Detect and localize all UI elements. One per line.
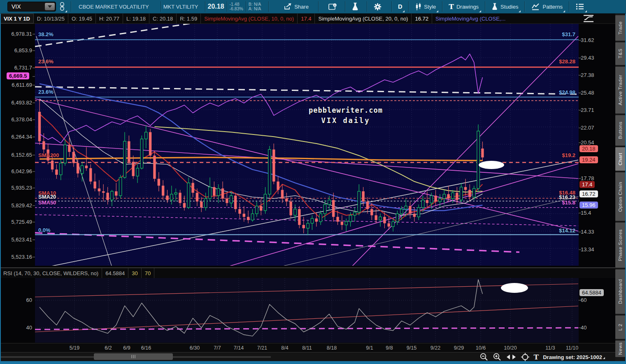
ohlc-fields: D: 10/13/25O: 19.45H: 20.77L: 19.18C: 20… xyxy=(34,14,201,23)
sidebar-tab-chart[interactable]: Chart xyxy=(615,147,625,171)
sma10-study-label[interactable]: SimpleMovingAvg (CLOSE, 10, 0, no) xyxy=(201,14,298,23)
time-axis-label: 11/10 xyxy=(561,345,584,351)
time-axis-label: 9/8 xyxy=(378,345,401,351)
price-axis-label-right: 13.34 xyxy=(581,246,594,253)
sma10-study-value: 17.4 xyxy=(298,14,315,23)
sidebar-tab-trade[interactable]: Trade xyxy=(615,15,625,41)
last-price: 20.18 xyxy=(208,3,224,10)
time-axis-label: 5/19 xyxy=(63,345,86,351)
price-axis-label-left: 5,725.49 xyxy=(0,219,32,225)
rsi-value-badge: 64.5884 xyxy=(579,289,604,296)
studies-button[interactable]: Studies xyxy=(488,0,522,14)
chart-annotation: SMA50 xyxy=(38,199,56,206)
price-axis-label-right: 14.33 xyxy=(581,229,594,235)
sidebar-tab-news[interactable]: News xyxy=(615,341,625,357)
price-badge: 15.96 xyxy=(579,202,598,209)
time-axis-label: 11/3 xyxy=(539,345,562,351)
bid-ask: B: N/AA: N/A xyxy=(249,2,261,11)
share-button[interactable]: Share xyxy=(279,0,312,14)
exchange-label: MKT VLTILITY xyxy=(163,4,198,10)
price-axis-label-left: 5,935.23 xyxy=(0,185,32,191)
time-axis-label: 7/14 xyxy=(227,345,250,351)
time-axis-label: 9/29 xyxy=(447,345,470,351)
time-axis-label: 10/20 xyxy=(499,345,522,351)
notes-icon: i xyxy=(328,3,337,11)
sidebar-tab-l-2[interactable]: L 2 xyxy=(615,315,625,339)
time-axis-label: 6/30 xyxy=(183,345,206,351)
scrollbar-handle[interactable] xyxy=(94,353,173,360)
pan-arrows-icon[interactable] xyxy=(506,353,517,361)
chart-header: VIX 1 Y 1D D: 10/13/25O: 19.45H: 20.77L:… xyxy=(0,14,615,24)
sma3-study-label[interactable]: SimpleMovingAvg (CLOSE,... xyxy=(432,14,509,23)
right-sidebar: TradeT&SActive TraderButtonsChartOption … xyxy=(615,14,625,361)
price-axis-label-left: 6,978.31 xyxy=(0,31,32,37)
drawings-button[interactable]: T Drawings xyxy=(445,0,482,14)
time-axis-label: 6/16 xyxy=(135,345,158,351)
gear-icon xyxy=(373,2,382,11)
trading-platform-window: VIX CBOE MARKET VOLATILITY MKT VLTILITY … xyxy=(0,0,626,364)
time-axis-label: 8/18 xyxy=(320,345,343,351)
window-edge-left xyxy=(0,14,1,364)
notes-button[interactable]: i xyxy=(324,0,341,14)
patterns-icon xyxy=(531,3,540,10)
crosshair-icon[interactable] xyxy=(521,352,530,362)
text-tool-icon: T xyxy=(449,4,454,9)
price-axis-label-right: 15.4 xyxy=(581,210,591,216)
symbol-description: CBOE MARKET VOLATILITY xyxy=(79,4,149,10)
sidebar-tab-buttons[interactable]: Buttons xyxy=(615,115,625,146)
style-button[interactable]: Style xyxy=(411,0,440,14)
chart-annotation: 23.6% xyxy=(38,58,54,65)
price-axis-label-left: 6,731.7 xyxy=(0,65,32,71)
zoom-out-icon[interactable] xyxy=(479,352,489,362)
rsi-axis-label-right: 60 xyxy=(581,297,586,303)
symbol-input[interactable]: VIX xyxy=(7,2,56,12)
rsi-oversold[interactable]: 30 xyxy=(128,268,141,278)
price-axis-label-right: 22.07 xyxy=(581,125,594,131)
sidebar-tab-option-chain[interactable]: Option Chain xyxy=(615,172,625,221)
time-axis-label: 10/6 xyxy=(469,345,492,351)
symbol-value: VIX xyxy=(12,3,21,10)
sidebar-tab-phase-scores[interactable]: Phase Scores xyxy=(615,223,625,268)
link-button[interactable] xyxy=(56,0,68,14)
time-axis-label: 7/7 xyxy=(206,345,229,351)
text-drawing-tool[interactable]: T xyxy=(534,353,539,361)
price-axis-label-right: 29.43 xyxy=(581,55,594,61)
chart-annotation: 0.0% xyxy=(38,227,51,233)
sidebar-tab-dashboard[interactable]: Dashboard xyxy=(615,269,625,314)
share-icon xyxy=(283,3,292,10)
sidebar-tab-t-s[interactable]: T&S xyxy=(615,42,625,65)
sma20-study-label[interactable]: SimpleMovingAvg (CLOSE, 20, 0, no) xyxy=(315,14,412,23)
ohlc-field: C: 20.18 xyxy=(149,14,177,23)
price-axis-label-left: 5,829.42 xyxy=(0,202,32,209)
timeframe-button[interactable]: D xyxy=(394,0,406,14)
top-toolbar: VIX CBOE MARKET VOLATILITY MKT VLTILITY … xyxy=(0,0,626,14)
price-axis-label-left: 5,623.41 xyxy=(0,236,32,243)
settings-button[interactable] xyxy=(370,0,386,14)
bottom-bar: T Drawing set: 2025-1002 xyxy=(0,352,615,361)
price-axis-label-left: 6,042.96 xyxy=(0,168,32,174)
patterns-button[interactable]: Patterns xyxy=(527,0,566,14)
price-badge: 20.18 xyxy=(579,145,598,152)
sidebar-tab-active-trader[interactable]: Active Trader xyxy=(615,67,625,114)
main-chart-canvas[interactable] xyxy=(0,0,615,364)
ohlc-field: L: 19.18 xyxy=(123,14,149,23)
rsi-study-label[interactable]: RSI (14, 70, 30, CLOSE, WILDERS, no) xyxy=(0,268,102,278)
chart-annotation: 38.2% xyxy=(38,31,54,37)
time-axis-label: 9/15 xyxy=(400,345,423,351)
chart-annotation: $31.7 xyxy=(538,31,575,37)
price-axis-label-right: 20.54 xyxy=(581,139,594,146)
svg-text:i: i xyxy=(334,4,335,7)
price-axis-label-right: 31.62 xyxy=(581,37,594,43)
chart-annotation: $19.2 xyxy=(538,152,575,158)
drawing-set-selector[interactable]: Drawing set: 2025-1002 xyxy=(543,354,606,360)
analyze-button[interactable] xyxy=(348,0,363,14)
rsi-overbought[interactable]: 70 xyxy=(142,268,154,278)
chart-menu-button[interactable] xyxy=(572,0,588,14)
menu-icon xyxy=(575,3,584,10)
studies-flask-icon xyxy=(491,2,498,11)
symbol-dropdown-button[interactable] xyxy=(45,3,55,10)
curve-icon[interactable] xyxy=(582,14,595,23)
ohlc-field: H: 20.77 xyxy=(96,14,123,23)
price-badge: 17.4 xyxy=(579,181,595,188)
zoom-in-icon[interactable] xyxy=(493,352,502,362)
